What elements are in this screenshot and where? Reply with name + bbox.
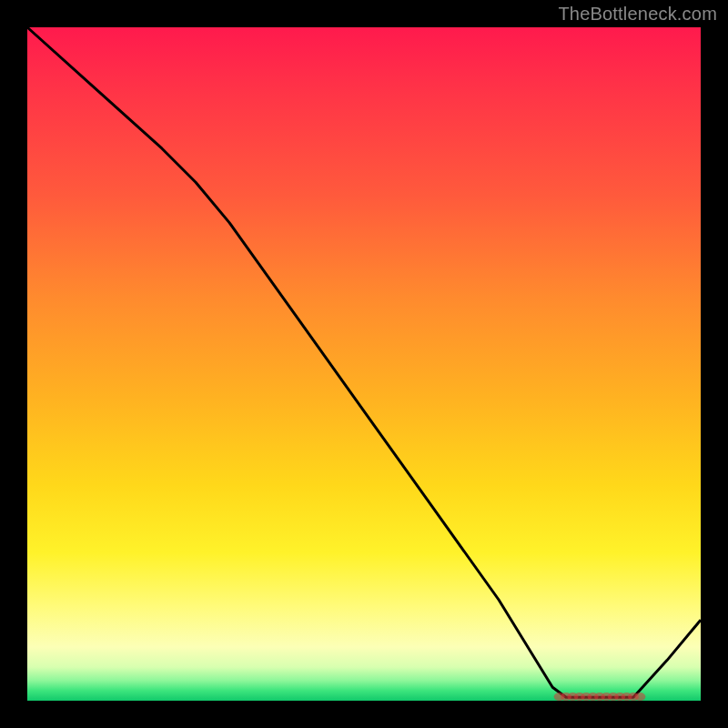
marker-dot (634, 693, 645, 701)
watermark-text: TheBottleneck.com (558, 4, 717, 25)
data-curve (27, 27, 701, 697)
chart-root: TheBottleneck.com (0, 0, 728, 728)
plot-frame (27, 27, 701, 701)
plot-overlay (27, 27, 701, 701)
marker-cluster (554, 693, 646, 701)
